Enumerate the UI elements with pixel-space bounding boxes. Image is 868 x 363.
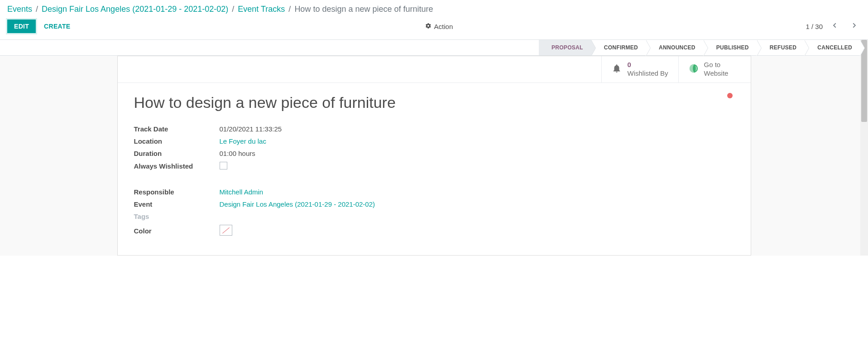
breadcrumb-current: How to design a new piece of furniture xyxy=(294,5,433,14)
go-to-website-button[interactable]: Go to Website xyxy=(678,56,751,82)
edit-button[interactable]: Edit xyxy=(7,19,36,33)
form-view: Proposal Confirmed Announced Published R… xyxy=(0,40,868,256)
label-color: Color xyxy=(134,227,218,235)
control-panel: Events Design Fair Los Angeles (2021-01-… xyxy=(0,0,868,40)
label-duration: Duration xyxy=(134,150,218,157)
create-button[interactable]: Create xyxy=(42,20,72,33)
status-refused[interactable]: Refused xyxy=(757,40,805,55)
pager-next-button[interactable] xyxy=(847,19,861,33)
status-confirmed[interactable]: Confirmed xyxy=(591,40,646,55)
website-line2: Website xyxy=(704,69,729,78)
color-picker[interactable] xyxy=(220,225,232,236)
status-proposal[interactable]: Proposal xyxy=(539,40,591,55)
status-cancelled[interactable]: Cancelled xyxy=(805,40,860,55)
checkbox-always-wishlisted[interactable] xyxy=(220,162,227,169)
website-line1: Go to xyxy=(704,61,729,69)
value-duration: 01:00 hours xyxy=(220,150,542,157)
wishlist-label: Wishlisted By xyxy=(627,69,668,78)
form-fields: Track Date 01/20/2021 11:33:25 Location … xyxy=(134,125,542,237)
wishlisted-by-button[interactable]: 0 Wishlisted By xyxy=(601,56,678,82)
stat-button-box: 0 Wishlisted By Go to Website xyxy=(118,56,751,83)
breadcrumb: Events Design Fair Los Angeles (2021-01-… xyxy=(7,0,861,17)
form-sheet: 0 Wishlisted By Go to Website How to xyxy=(117,56,751,256)
label-always-wishlisted: Always Wishlisted xyxy=(134,162,218,170)
action-dropdown[interactable]: Action xyxy=(425,23,453,30)
bell-icon xyxy=(612,63,622,75)
label-event: Event xyxy=(134,200,218,208)
value-location[interactable]: Le Foyer du lac xyxy=(220,137,266,145)
globe-icon xyxy=(689,63,699,75)
label-responsible: Responsible xyxy=(134,188,218,196)
control-panel-bottom: Edit Create Action 1 / 30 xyxy=(7,17,861,39)
chevron-right-icon xyxy=(851,22,857,30)
gear-icon xyxy=(425,23,432,30)
wishlist-count: 0 xyxy=(627,61,668,69)
label-location: Location xyxy=(134,137,218,145)
status-announced[interactable]: Announced xyxy=(646,40,704,55)
breadcrumb-events[interactable]: Events xyxy=(7,5,32,14)
label-tags: Tags xyxy=(134,213,218,220)
status-published[interactable]: Published xyxy=(704,40,757,55)
record-title: How to design a new piece of furniture xyxy=(134,94,734,111)
breadcrumb-event-name[interactable]: Design Fair Los Angeles (2021-01-29 - 20… xyxy=(42,5,228,14)
vertical-scrollbar[interactable] xyxy=(860,40,868,256)
value-track-date: 01/20/2021 11:33:25 xyxy=(220,125,542,133)
chevron-left-icon xyxy=(832,22,838,30)
value-event[interactable]: Design Fair Los Angeles (2021-01-29 - 20… xyxy=(220,200,375,208)
value-responsible[interactable]: Mitchell Admin xyxy=(220,188,264,196)
statusbar: Proposal Confirmed Announced Published R… xyxy=(0,40,868,56)
breadcrumb-event-tracks[interactable]: Event Tracks xyxy=(238,5,285,14)
action-label: Action xyxy=(434,23,453,30)
kanban-state-button[interactable] xyxy=(727,93,733,98)
label-track-date: Track Date xyxy=(134,125,218,133)
pager-counter[interactable]: 1 / 30 xyxy=(806,23,823,30)
pager-prev-button[interactable] xyxy=(828,19,842,33)
